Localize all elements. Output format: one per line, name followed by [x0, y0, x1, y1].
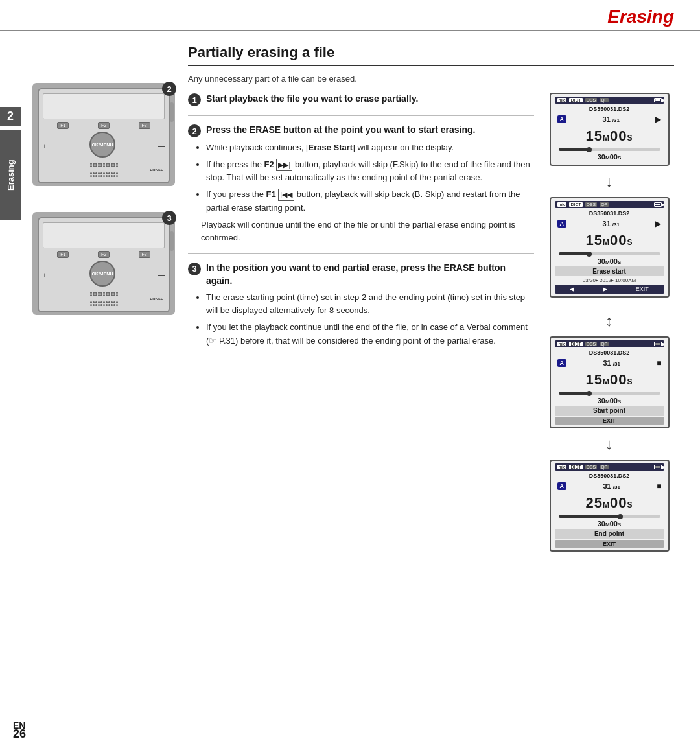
chapter-label: Erasing: [0, 130, 21, 220]
nav-exit[interactable]: EXIT: [636, 286, 649, 292]
device-illustrations: 2 F1 F2 F3 + OK/MENU —: [32, 83, 175, 552]
screen-4-row: A 31 /31 ■: [555, 480, 664, 492]
nav-circle-2[interactable]: OK/MENU: [89, 261, 115, 287]
f2-button-2[interactable]: F2: [98, 251, 110, 258]
screen-1-filename: DS350031.DS2: [555, 106, 664, 112]
screen-2-dot: [587, 252, 592, 257]
bottom-page: 26: [13, 727, 26, 741]
step-3-header: 3 In the position you want to end partia…: [188, 262, 534, 287]
f3-button[interactable]: F3: [139, 122, 150, 129]
screen-1-time: 15M00S: [555, 125, 664, 146]
screen-4-time: 25M00S: [555, 492, 664, 513]
screen-4-dot: [618, 514, 623, 519]
screen-1-fill: [559, 148, 589, 151]
step-2-bullet-2: If the press the F2 ▶▶| button, playback…: [206, 158, 534, 184]
screen-1-counter: 31 /31: [603, 115, 620, 123]
nav-back[interactable]: ◀: [570, 286, 574, 292]
stop-icon-3: ■: [657, 358, 661, 368]
screen-2-time: 15M00S: [555, 229, 664, 250]
main-layout: 2 F1 F2 F3 + OK/MENU —: [0, 31, 700, 565]
right-content: Partially erasing a file Any unnecessary…: [188, 44, 674, 552]
screen-4-label: End point: [555, 529, 664, 539]
screen-3-counter: 31 /31: [603, 359, 620, 367]
step-badge-2: 2: [162, 82, 176, 96]
header: Erasing: [0, 0, 700, 31]
step-2-bullets: While playback continues, [Erase Start] …: [188, 141, 534, 215]
screen-3-exit[interactable]: EXIT: [555, 417, 664, 425]
battery-icon-2: [654, 202, 662, 207]
page-title: Partially erasing a file: [188, 44, 674, 66]
screen-4-progress: [559, 515, 660, 518]
badge-dss: DSS: [585, 98, 597, 102]
screen-2-date: 03/20▸ 2012▸ 10:00AM: [555, 277, 664, 283]
step-3-bullets: The erase starting point (time) set in s…: [188, 291, 534, 347]
f2-button[interactable]: F2: [98, 122, 110, 129]
screen-3-duration: 30M00S: [555, 397, 664, 404]
screen-1: mic DICT DSS QP DS350031.DS2 A 31 /31 ▶: [550, 93, 670, 166]
screen-1-dot: [587, 147, 592, 152]
screen-3-topbar: mic DICT DSS QP: [555, 340, 664, 347]
screen-2-nav: ◀ ▶ EXIT: [555, 285, 664, 294]
step-2-bullet-1: While playback continues, [Erase Start] …: [206, 141, 534, 154]
f1-button-2[interactable]: F1: [57, 251, 69, 258]
arrow-down-1: ↓: [605, 174, 613, 189]
step-3-bullet-2: If you let the playback continue until t…: [206, 321, 534, 347]
device-buttons-row-2: F1 F2 F3: [43, 251, 165, 258]
step-2-num: 2: [188, 124, 201, 137]
badge-dict: DICT: [569, 98, 582, 102]
intro-text: Any unnecessary part of a file can be er…: [188, 74, 674, 84]
arrow-up-1: ↕: [605, 313, 613, 329]
screen-4: mic DICT DSS QP DS350031.DS2 A 31 /31 ■: [550, 460, 670, 552]
steps-text: 1 Start playback the file you want to er…: [188, 93, 534, 552]
step-badge-3: 3: [162, 211, 176, 225]
step-3-num: 3: [188, 263, 201, 275]
screen-4-exit[interactable]: EXIT: [555, 540, 664, 548]
step-3-bullet-1: The erase starting point (time) set in s…: [206, 291, 534, 317]
screens-column: mic DICT DSS QP DS350031.DS2 A 31 /31 ▶: [544, 93, 674, 552]
stop-icon-4: ■: [657, 482, 661, 491]
icon-a-2: A: [557, 220, 567, 228]
step-1-num: 1: [188, 93, 201, 106]
badge-dict-2: DICT: [569, 202, 582, 207]
steps-area: 1 Start playback the file you want to er…: [188, 93, 674, 552]
f3-button-2[interactable]: F3: [139, 251, 150, 258]
device-body-1: F1 F2 F3 + OK/MENU —: [38, 88, 170, 183]
screen-1-duration: 30M00S: [555, 153, 664, 161]
badge-qp: QP: [600, 98, 609, 102]
device-image-step3: 3 F1 F2 F3 + OK/MENU —: [32, 212, 175, 315]
screen-2-topbar: mic DICT DSS QP: [555, 201, 664, 208]
battery-icon-3: [654, 342, 662, 346]
badge-mic-4: mic: [557, 465, 567, 469]
play-icon-2: ▶: [655, 219, 661, 228]
screen-2-filename: DS350031.DS2: [555, 210, 664, 217]
side-scroll-2: [170, 231, 174, 251]
device-body-2: F1 F2 F3 + OK/MENU —: [38, 217, 170, 312]
step-2-header: 2 Press the ERASE button at the point yo…: [188, 124, 534, 137]
screen-2-label: Erase start: [555, 266, 664, 276]
f1-button[interactable]: F1: [57, 122, 69, 129]
device-buttons-row-1: F1 F2 F3: [43, 122, 165, 129]
screen-1-progress: [559, 148, 660, 151]
header-title: Erasing: [607, 6, 674, 27]
chapter-number: 2: [0, 107, 21, 126]
side-scroll-1: [170, 102, 174, 122]
battery-icon-1: [654, 98, 662, 102]
screen-3-row: A 31 /31 ■: [555, 357, 664, 369]
nav-play[interactable]: ▶: [603, 286, 607, 292]
screen-3-label: Start point: [555, 406, 664, 416]
screen-2-progress: [559, 252, 660, 255]
screen-4-filename: DS350031.DS2: [555, 473, 664, 479]
step-2: 2 Press the ERASE button at the point yo…: [188, 124, 534, 244]
screen-1-row: A 31 /31 ▶: [555, 113, 664, 125]
nav-circle-1[interactable]: OK/MENU: [89, 132, 115, 158]
badge-dict-3: DICT: [569, 342, 582, 346]
device-dots-2: ERASE: [43, 292, 165, 306]
device-screen-1: [43, 93, 165, 119]
screen-4-counter: 31 /31: [603, 482, 620, 490]
screen-2-row: A 31 /31 ▶: [555, 218, 664, 229]
badge-dict-4: DICT: [569, 465, 582, 469]
play-icon-1: ▶: [655, 115, 661, 124]
screen-3-dot: [587, 391, 592, 396]
screen-4-fill: [559, 515, 620, 518]
step-1-header: 1 Start playback the file you want to er…: [188, 93, 534, 106]
